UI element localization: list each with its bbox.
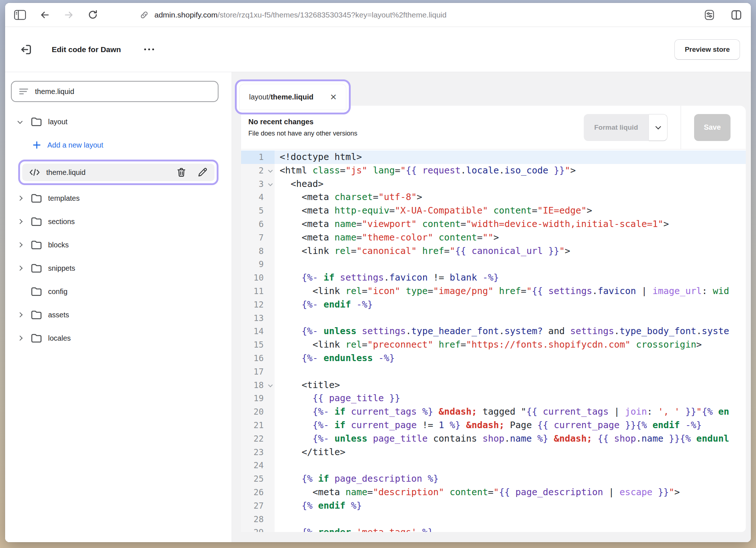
rename-file-icon[interactable] — [197, 167, 208, 178]
line-number[interactable]: 22 — [241, 432, 275, 446]
code-line[interactable]: 29 {% render 'meta-tags' %} — [241, 526, 746, 532]
chevron-down-icon[interactable] — [18, 121, 31, 123]
line-number[interactable]: 19 — [241, 392, 275, 405]
code-line[interactable]: 7 <meta name="theme-color" content=""> — [241, 231, 746, 244]
more-actions-icon[interactable] — [141, 46, 157, 53]
code-line[interactable]: 9 — [241, 258, 746, 271]
search-input[interactable] — [35, 87, 210, 96]
line-number[interactable]: 14 — [241, 325, 275, 338]
exit-editor-icon[interactable] — [20, 43, 33, 56]
delete-file-icon[interactable] — [176, 167, 187, 178]
code-line[interactable]: 8 <link rel="canonical" href="{{ canonic… — [241, 244, 746, 258]
chevron-right-icon[interactable] — [18, 313, 31, 317]
line-number[interactable]: 18 — [241, 379, 275, 392]
code-line[interactable]: 19 {{ page_title }} — [241, 392, 746, 405]
chevron-right-icon[interactable] — [18, 266, 31, 270]
chevron-right-icon[interactable] — [18, 196, 31, 200]
line-number[interactable]: 3 — [241, 177, 275, 191]
code-line[interactable]: 26 <meta name="description" content="{{ … — [241, 486, 746, 499]
code-line[interactable]: 11 <link rel="icon" type="image/png" hre… — [241, 285, 746, 298]
code-line[interactable]: 2<html class="js" lang="{{ request.local… — [241, 164, 746, 177]
code-text: {% endif %} — [275, 499, 746, 513]
line-number[interactable]: 29 — [241, 526, 275, 532]
code-line[interactable]: 22 {%- unless page_title contains shop.n… — [241, 432, 746, 446]
code-line[interactable]: 20 {%- if current_tags %} &ndash; tagged… — [241, 405, 746, 419]
line-number[interactable]: 2 — [241, 164, 275, 177]
line-number[interactable]: 6 — [241, 218, 275, 231]
line-number[interactable]: 24 — [241, 459, 275, 472]
address-bar[interactable]: admin.shopify.com/store/rzq1xu-f5/themes… — [139, 10, 446, 20]
save-button[interactable]: Save — [694, 114, 731, 141]
preview-store-button[interactable]: Preview store — [674, 39, 740, 60]
page-settings-icon[interactable] — [704, 9, 715, 21]
code-line[interactable]: 6 <meta name="viewport" content="width=d… — [241, 218, 746, 231]
line-number[interactable]: 11 — [241, 285, 275, 298]
reload-icon[interactable] — [87, 9, 98, 20]
code-line[interactable]: 13 — [241, 312, 746, 325]
line-number[interactable]: 25 — [241, 472, 275, 486]
line-number[interactable]: 10 — [241, 271, 275, 285]
code-line[interactable]: 12 {%- endif -%} — [241, 298, 746, 312]
code-line[interactable]: 17 — [241, 365, 746, 379]
line-number[interactable]: 7 — [241, 231, 275, 244]
sidebar-item-theme-liquid[interactable]: theme.liquid — [22, 164, 214, 181]
sidebar-item-assets[interactable]: assets — [11, 306, 218, 324]
code-text — [275, 258, 746, 271]
line-number[interactable]: 13 — [241, 312, 275, 325]
sidebar-item-layout[interactable]: layout — [11, 113, 218, 130]
fold-chevron-icon[interactable] — [268, 181, 273, 186]
code-line[interactable]: 23 </title> — [241, 446, 746, 459]
format-liquid-button[interactable]: Format liquid — [584, 114, 649, 141]
line-number[interactable]: 16 — [241, 352, 275, 365]
code-line[interactable]: 16 {%- endunless -%} — [241, 352, 746, 365]
code-line[interactable]: 28 — [241, 513, 746, 526]
browser-sidebar-toggle-icon[interactable] — [14, 10, 26, 20]
line-number[interactable]: 12 — [241, 298, 275, 312]
line-number[interactable]: 17 — [241, 365, 275, 379]
line-number[interactable]: 5 — [241, 204, 275, 218]
forward-icon[interactable] — [63, 10, 74, 20]
line-number[interactable]: 8 — [241, 244, 275, 258]
sidebar-item-locales[interactable]: locales — [11, 329, 218, 347]
line-number[interactable]: 1 — [241, 150, 275, 164]
fold-chevron-icon[interactable] — [268, 168, 273, 173]
sidebar-item-add-a-new-layout[interactable]: Add a new layout — [11, 136, 218, 154]
code-line[interactable]: 10 {%- if settings.favicon != blank -%} — [241, 271, 746, 285]
chevron-right-icon[interactable] — [18, 336, 31, 340]
code-line[interactable]: 24 — [241, 459, 746, 472]
code-line[interactable]: 18 <title> — [241, 379, 746, 392]
line-number[interactable]: 9 — [241, 258, 275, 271]
code-line[interactable]: 1<!doctype html> — [241, 150, 746, 164]
code-line[interactable]: 4 <meta charset="utf-8"> — [241, 191, 746, 204]
code-line[interactable]: 25 {% if page_description %} — [241, 472, 746, 486]
line-number[interactable]: 23 — [241, 446, 275, 459]
code-line[interactable]: 27 {% endif %} — [241, 499, 746, 513]
file-search-box[interactable] — [11, 81, 218, 102]
line-number[interactable]: 28 — [241, 513, 275, 526]
line-number[interactable]: 21 — [241, 419, 275, 432]
sidebar-item-config[interactable]: config — [11, 283, 218, 300]
line-number[interactable]: 27 — [241, 499, 275, 513]
code-editor[interactable]: 1<!doctype html>2<html class="js" lang="… — [241, 149, 746, 532]
line-number[interactable]: 4 — [241, 191, 275, 204]
sidebar-item-blocks[interactable]: blocks — [11, 236, 218, 254]
sidebar-item-snippets[interactable]: snippets — [11, 259, 218, 277]
back-icon[interactable] — [39, 10, 50, 20]
tab-layout-theme-liquid[interactable]: layout/theme.liquid × — [240, 84, 346, 110]
code-line[interactable]: 21 {%- if current_page != 1 %} &ndash; P… — [241, 419, 746, 432]
sidebar-item-templates[interactable]: templates — [11, 189, 218, 207]
code-line[interactable]: 5 <meta http-equiv="X-UA-Compatible" con… — [241, 204, 746, 218]
code-line[interactable]: 15 <link rel="preconnect" href="https://… — [241, 338, 746, 352]
fold-chevron-icon[interactable] — [268, 383, 273, 387]
line-number[interactable]: 15 — [241, 338, 275, 352]
sidebar-item-sections[interactable]: sections — [11, 213, 218, 230]
format-liquid-dropdown-icon[interactable] — [649, 114, 668, 141]
line-number[interactable]: 26 — [241, 486, 275, 499]
code-line[interactable]: 14 {%- unless settings.type_header_font.… — [241, 325, 746, 338]
tab-close-icon[interactable]: × — [330, 91, 337, 102]
chevron-right-icon[interactable] — [18, 243, 31, 247]
split-view-icon[interactable] — [731, 9, 742, 21]
chevron-right-icon[interactable] — [18, 220, 31, 223]
line-number[interactable]: 20 — [241, 405, 275, 419]
code-line[interactable]: 3 <head> — [241, 177, 746, 191]
